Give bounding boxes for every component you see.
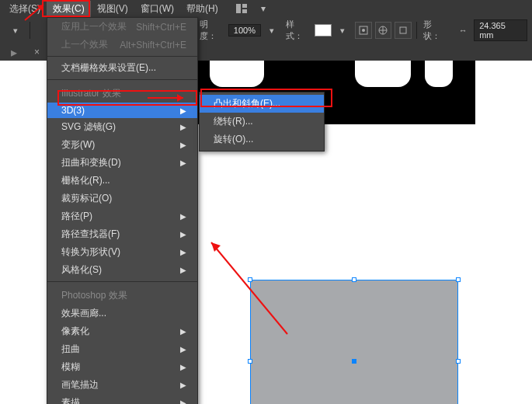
menu-svg-filters[interactable]: SVG 滤镜(G)▶	[47, 118, 197, 136]
recolor-icon[interactable]	[375, 22, 392, 39]
menu-group-illustrator: Illustrator 效果	[47, 82, 197, 103]
menubar: 选择(S) 效果(C) 视图(V) 窗口(W) 帮助(H) ▾	[0, 0, 532, 17]
menu-select[interactable]: 选择(S)	[3, 1, 47, 17]
align-icon[interactable]	[355, 22, 372, 39]
menu-window[interactable]: 窗口(W)	[134, 1, 180, 17]
menu-rasterize[interactable]: 栅格化(R)...	[47, 172, 197, 190]
close-tab-icon[interactable]: ×	[34, 47, 40, 57]
menu-doc-raster-settings[interactable]: 文档栅格效果设置(E)...	[47, 59, 197, 77]
submenu-3d: 凸出和斜角(E)... 绕转(R)... 旋转(O)...	[199, 92, 325, 152]
shape-width-field[interactable]: 24.365 mm	[474, 19, 527, 41]
menu-brush-strokes[interactable]: 画笔描边▶	[47, 376, 197, 394]
menu-effect-gallery[interactable]: 效果画廊...	[47, 305, 197, 322]
svg-rect-1	[242, 4, 247, 8]
resize-handle[interactable]	[456, 359, 461, 364]
menu-path[interactable]: 路径(P)▶	[47, 207, 197, 225]
menu-stylize-ai[interactable]: 风格化(S)▶	[47, 261, 197, 279]
menu-warp[interactable]: 变形(W)▶	[47, 136, 197, 154]
menu-crop-marks[interactable]: 裁剪标记(O)	[47, 190, 197, 207]
shape-label: 形状：	[423, 19, 449, 42]
submenu-revolve[interactable]: 绕转(R)...	[200, 113, 324, 131]
submenu-rotate[interactable]: 旋转(O)...	[200, 131, 324, 148]
menu-pathfinder[interactable]: 路径查找器(F)▶	[47, 225, 197, 243]
menu-blur[interactable]: 模糊▶	[47, 358, 197, 376]
menu-apply-last-effect: 应用上一个效果Shift+Ctrl+E	[47, 18, 197, 36]
opacity-dropdown-icon[interactable]: ▾	[261, 22, 283, 39]
style-dropdown-icon[interactable]: ▾	[332, 22, 353, 39]
menu-distort-transform[interactable]: 扭曲和变换(D)▶	[47, 154, 197, 172]
menu-3d[interactable]: 3D(3)▶	[47, 103, 197, 118]
width-icon: ↔	[452, 22, 474, 39]
center-anchor[interactable]	[352, 359, 356, 364]
menu-distort-ps[interactable]: 扭曲▶	[47, 340, 197, 358]
dropdown-icon[interactable]: ▾	[252, 0, 274, 17]
menu-group-photoshop: Photoshop 效果	[47, 284, 197, 305]
layout-icon[interactable]	[231, 0, 252, 17]
svg-rect-6	[400, 27, 406, 33]
submenu-extrude-bevel[interactable]: 凸出和斜角(E)...	[200, 95, 324, 113]
resize-handle[interactable]	[352, 277, 356, 282]
menu-help[interactable]: 帮助(H)	[180, 1, 224, 17]
resize-handle[interactable]	[456, 277, 461, 282]
opacity-label: 明度：	[200, 19, 225, 42]
opacity-field[interactable]: 100%	[228, 24, 261, 37]
menu-last-effect: 上一个效果Alt+Shift+Ctrl+E	[47, 36, 197, 54]
transform-icon[interactable]	[395, 22, 412, 39]
effect-menu: 应用上一个效果Shift+Ctrl+E 上一个效果Alt+Shift+Ctrl+…	[47, 17, 198, 404]
svg-rect-2	[242, 9, 247, 13]
menu-view[interactable]: 视图(V)	[91, 1, 134, 17]
svg-point-4	[362, 29, 365, 32]
menu-convert-shape[interactable]: 转换为形状(V)▶	[47, 243, 197, 261]
menu-pixelate[interactable]: 像素化▶	[47, 322, 197, 340]
selected-rectangle[interactable]	[250, 280, 458, 404]
resize-handle[interactable]	[248, 277, 252, 282]
menu-sketch[interactable]: 素描▶	[47, 394, 197, 404]
menu-effect[interactable]: 效果(C)	[47, 1, 91, 17]
resize-handle[interactable]	[248, 359, 252, 364]
chevron-right-icon[interactable]: ▸	[3, 44, 25, 61]
document-tab[interactable]: ×	[25, 45, 44, 59]
svg-rect-0	[236, 4, 241, 13]
style-label: 样式：	[286, 19, 311, 42]
style-swatch[interactable]	[315, 24, 332, 37]
chevron-down-icon[interactable]: ▾	[5, 22, 26, 39]
